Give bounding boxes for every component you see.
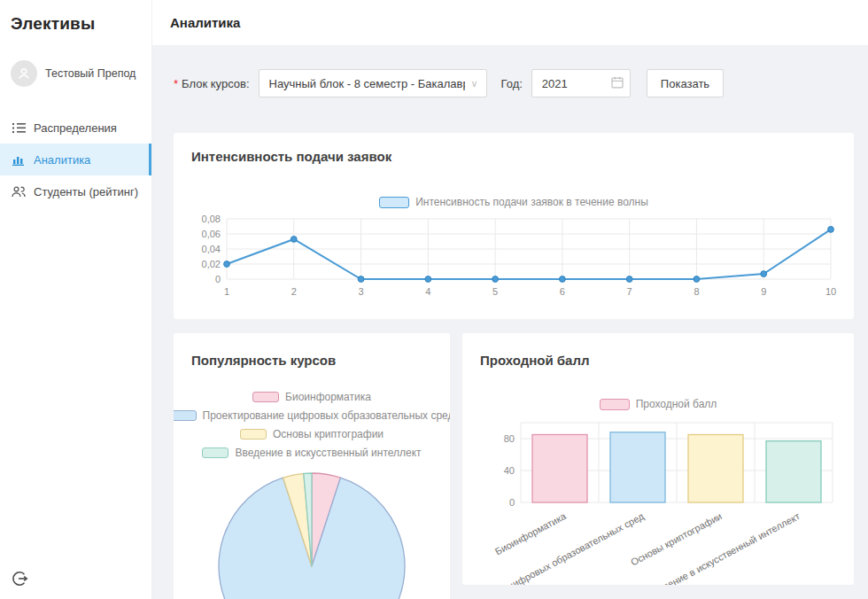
popularity-legend: Биоинформатика Проектирование цифровых о… — [174, 391, 450, 459]
data-point — [425, 276, 431, 283]
data-point — [224, 261, 230, 268]
card-intensity: Интенсивность подачи заявок Интенсивност… — [174, 133, 854, 319]
x-tick-label: 5 — [492, 286, 498, 297]
x-tick-label: 8 — [694, 286, 699, 297]
y-tick-label: 0,02 — [202, 259, 221, 269]
avatar — [11, 60, 37, 87]
legend-swatch — [202, 447, 229, 458]
course-block-select[interactable]: Научный блок - 8 семестр - Бакалавр... ∨ — [259, 69, 487, 97]
x-tick-label: 9 — [761, 286, 766, 297]
course-block-label: Блок курсов: — [182, 77, 249, 90]
main-header: Аналитика — [152, 0, 868, 46]
data-point — [559, 276, 565, 283]
x-tick-label: 7 — [627, 286, 632, 297]
legend-swatch — [600, 399, 630, 410]
list-icon — [12, 122, 26, 134]
bar-chart-icon — [12, 154, 26, 166]
year-label: Год: — [501, 77, 523, 90]
line-series — [227, 229, 831, 279]
y-tick-label: 0,08 — [202, 214, 221, 224]
logout-button[interactable] — [10, 569, 29, 588]
app-title: Элективы — [0, 0, 151, 34]
bar-chart-canvas: 04080БиоинформатикаПроектирование цифров… — [480, 419, 836, 568]
sidebar-item-distributions[interactable]: Распределения — [0, 112, 151, 144]
x-tick-label: 3 — [358, 286, 363, 297]
sidebar-item-label: Распределения — [34, 121, 117, 135]
page-title: Аналитика — [170, 15, 240, 30]
passing-score-chart-title: Проходной балл — [480, 353, 836, 368]
legend-item[interactable]: Введение в искусственный интеллект — [174, 447, 450, 459]
required-mark: * — [174, 77, 178, 90]
data-point — [291, 237, 297, 243]
main-area: Аналитика * Блок курсов: Научный блок - … — [152, 0, 868, 599]
legend-swatch — [379, 197, 409, 208]
data-point — [761, 271, 767, 277]
x-tick-label: 10 — [825, 286, 836, 297]
course-block-selected-value: Научный блок - 8 семестр - Бакалавр... — [269, 77, 466, 90]
app-root: Элективы Тестовый Препод Расп — [0, 0, 868, 599]
x-tick-label: 6 — [560, 286, 565, 297]
legend-label: Интенсивность подачи заявок в течение во… — [415, 196, 648, 208]
legend-item[interactable]: Основы криптографии — [174, 428, 450, 440]
show-button[interactable]: Показать — [647, 69, 724, 97]
legend-label: Проектирование цифровых образовательных … — [203, 409, 450, 422]
line-chart-canvas: 00,020,040,060,0812345678910 — [191, 215, 836, 302]
popularity-chart-title: Популярность курсов — [191, 353, 450, 368]
y-tick-label: 0,04 — [202, 244, 221, 254]
filter-bar: * Блок курсов: Научный блок - 8 семестр … — [174, 69, 854, 97]
legend-label: Проходной балл — [636, 398, 717, 410]
legend-item[interactable]: Биоинформатика — [174, 391, 450, 403]
legend-item[interactable]: Проектирование цифровых образовательных … — [174, 409, 450, 422]
user-row: Тестовый Препод — [0, 60, 151, 87]
calendar-icon — [611, 76, 624, 89]
legend-label: Биоинформатика — [285, 391, 371, 403]
y-tick-label: 0,06 — [202, 229, 221, 239]
legend-label: Введение в искусственный интеллект — [235, 447, 421, 459]
bar — [532, 435, 587, 503]
year-field-wrap — [531, 69, 631, 97]
x-tick-label: 4 — [425, 286, 430, 297]
data-point — [626, 276, 632, 283]
y-tick-label: 0 — [509, 497, 515, 508]
data-point — [492, 276, 499, 283]
sidebar-item-analytics[interactable]: Аналитика — [0, 144, 151, 175]
data-point — [828, 227, 834, 233]
logout-icon — [10, 569, 29, 588]
x-tick-label: 2 — [291, 286, 297, 297]
data-point — [694, 276, 700, 283]
team-icon — [12, 186, 26, 198]
intensity-chart-title: Интенсивность подачи заявок — [191, 149, 836, 164]
sidebar-item-label: Аналитика — [34, 153, 90, 167]
bar — [610, 432, 665, 502]
sidebar-item-students-rating[interactable]: Студенты (рейтинг) — [0, 175, 151, 207]
pie-chart-canvas — [174, 466, 450, 599]
legend-label: Основы криптографии — [273, 428, 384, 440]
y-tick-label: 0 — [215, 274, 221, 284]
x-category-label: Биоинформатика — [493, 510, 569, 557]
legend-swatch — [252, 392, 279, 402]
card-passing-score: Проходной балл Проходной балл 04080Биоин… — [462, 333, 854, 585]
legend-swatch — [240, 429, 267, 440]
chevron-down-icon: ∨ — [470, 78, 477, 89]
legend-swatch — [174, 410, 197, 421]
data-point — [358, 276, 364, 283]
card-popularity: Популярность курсов Биоинформатика Проек… — [174, 333, 450, 599]
bottom-cards-row: Популярность курсов Биоинформатика Проек… — [174, 333, 854, 599]
sidebar-nav: Распределения Аналитика — [0, 112, 151, 207]
bar — [766, 441, 821, 502]
sidebar: Элективы Тестовый Препод Расп — [0, 0, 152, 599]
y-tick-label: 40 — [504, 465, 515, 476]
x-tick-label: 1 — [224, 286, 229, 297]
passing-score-legend[interactable]: Проходной балл — [480, 398, 836, 410]
user-name: Тестовый Препод — [45, 67, 136, 80]
y-tick-label: 80 — [504, 433, 515, 444]
content-area: * Блок курсов: Научный блок - 8 семестр … — [152, 46, 868, 599]
sidebar-item-label: Студенты (рейтинг) — [34, 185, 138, 198]
user-icon — [17, 66, 31, 81]
bar — [688, 435, 743, 503]
intensity-legend[interactable]: Интенсивность подачи заявок в течение во… — [191, 196, 836, 208]
